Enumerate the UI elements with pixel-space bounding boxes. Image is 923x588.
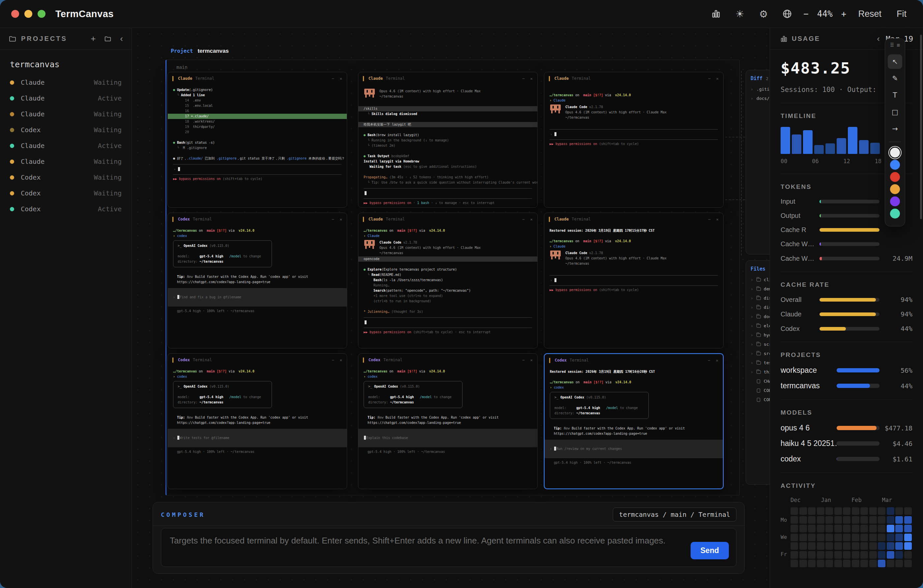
maximize-window-button[interactable] xyxy=(38,10,46,18)
add-project-button[interactable]: + xyxy=(90,34,95,44)
file-tree-file[interactable]: CONTRI xyxy=(751,397,770,402)
terminal-body[interactable]: …/termcanvas on main [$!?] via v24.14.0›… xyxy=(358,225,537,348)
close-window-button[interactable] xyxy=(11,10,19,18)
close-terminal-button[interactable]: × xyxy=(340,217,342,222)
close-terminal-button[interactable]: × xyxy=(530,217,533,222)
sidebar-terminal-item[interactable]: ClaudeActive xyxy=(0,138,131,154)
file-tree-folder[interactable]: ›docs xyxy=(751,314,770,319)
file-tree-file[interactable]: CHANGE xyxy=(751,379,770,384)
files-panel[interactable]: Files ›cli›demo›dist-c›dist-e›docs›elect… xyxy=(746,260,770,485)
codex-input-box[interactable]: Explain this codebase xyxy=(358,429,537,447)
arrow-tool[interactable]: → xyxy=(888,122,902,136)
terminal-window-codex-1[interactable]: ▍CodexTerminal−×…/termcanvas on main [$!… xyxy=(168,213,347,348)
minimize-terminal-button[interactable]: − xyxy=(522,76,525,81)
settings-icon[interactable]: ⚙ xyxy=(754,5,773,22)
minimize-terminal-button[interactable]: − xyxy=(708,217,711,222)
color-swatch-orange[interactable] xyxy=(890,184,900,194)
color-swatch-red[interactable] xyxy=(890,172,900,182)
select-tool[interactable]: ↖ xyxy=(888,54,902,69)
terminal-input-line[interactable]: › xyxy=(550,275,718,286)
terminal-body[interactable]: ● Update(.gitignore) └ Added 1 line 14 .… xyxy=(168,85,347,207)
color-swatch-blue[interactable] xyxy=(890,160,900,170)
sidebar-terminal-item[interactable]: ClaudeWaiting xyxy=(0,154,131,169)
scrollbar[interactable] xyxy=(920,34,922,219)
terminal-body[interactable]: …/termcanvas on main [$!?] via v24.14.0›… xyxy=(544,85,723,207)
globe-icon[interactable] xyxy=(778,5,797,22)
minimize-terminal-button[interactable]: − xyxy=(332,358,334,363)
text-tool[interactable]: T xyxy=(888,88,902,102)
diff-file-row[interactable]: ›docs/img xyxy=(751,96,770,101)
canvas[interactable]: Projecttermcanvas main ▍ClaudeTerminal−×… xyxy=(132,28,770,588)
color-swatch-white[interactable] xyxy=(890,148,900,158)
codex-input-box[interactable]: › Write tests for @filename xyxy=(168,429,347,447)
open-folder-button[interactable] xyxy=(104,35,112,43)
terminal-body[interactable]: …/termcanvas on main [$!?] via v24.14.0›… xyxy=(358,366,537,489)
terminal-window-codex-3[interactable]: ▍CodexTerminal−×…/termcanvas on main [$!… xyxy=(358,353,538,489)
terminal-window-claude-1[interactable]: ▍ClaudeTerminal−×● Update(.gitignore) └ … xyxy=(168,72,347,208)
sidebar-terminal-item[interactable]: ClaudeActive xyxy=(0,90,131,106)
close-terminal-button[interactable]: × xyxy=(716,358,718,363)
minimize-terminal-button[interactable]: − xyxy=(708,76,711,81)
canvas-toolbar[interactable]: ⠿ ≡ ↖✎T□→ xyxy=(885,38,905,227)
diff-file-row[interactable]: ›.gitignore xyxy=(751,87,770,92)
minimize-terminal-button[interactable]: − xyxy=(522,217,525,222)
drag-handle-icon[interactable]: ⠿ xyxy=(890,42,894,49)
menu-icon[interactable]: ≡ xyxy=(897,42,900,49)
close-terminal-button[interactable]: × xyxy=(530,358,533,363)
diff-panel[interactable]: Diff2 files ›.gitignore›docs/img xyxy=(746,70,770,255)
terminal-body[interactable]: …/termcanvas on main [$!?] via v24.14.0›… xyxy=(168,366,347,489)
sidebar-project-name[interactable]: termcanvas xyxy=(0,50,131,74)
sidebar-terminal-item[interactable]: ClaudeWaiting xyxy=(0,106,131,122)
close-terminal-button[interactable]: × xyxy=(340,76,342,81)
close-terminal-button[interactable]: × xyxy=(716,217,719,222)
terminal-body[interactable]: Opus 4.6 (1M context) with high effort ·… xyxy=(358,85,537,207)
codex-input-box[interactable]: › Run /review on my current changes xyxy=(545,440,723,458)
file-tree-file[interactable]: CODE_C xyxy=(751,388,770,393)
file-tree-folder[interactable]: ›thirdp xyxy=(751,370,770,374)
sidebar-terminal-item[interactable]: ClaudeWaiting xyxy=(0,74,131,90)
terminal-body[interactable]: …/termcanvas on main [$!?] via v24.14.0›… xyxy=(168,225,347,348)
send-button[interactable]: Send xyxy=(691,542,729,559)
file-tree-folder[interactable]: ›electr xyxy=(751,324,770,328)
terminal-window-claude-3[interactable]: ▍ClaudeTerminal−× …/termcanvas on main [… xyxy=(544,72,724,208)
sidebar-terminal-item[interactable]: CodexWaiting xyxy=(0,122,131,138)
minimize-terminal-button[interactable]: − xyxy=(522,358,525,363)
file-tree-folder[interactable]: ›cli xyxy=(751,277,770,282)
file-tree-folder[interactable]: ›dist-e xyxy=(751,305,770,310)
color-swatch-teal[interactable] xyxy=(890,209,900,218)
terminal-body[interactable]: Restored session: 2026年 3月19日 星期四 17时15分… xyxy=(544,225,723,348)
minimize-terminal-button[interactable]: − xyxy=(332,76,334,81)
prev-day-button[interactable]: ‹ xyxy=(877,34,880,44)
zoom-level[interactable]: 44% xyxy=(815,7,835,21)
file-tree-folder[interactable]: ›dist-c xyxy=(751,296,770,301)
minimize-window-button[interactable] xyxy=(25,10,32,18)
codex-input-box[interactable]: › Find and fix a bug in @filename xyxy=(168,288,347,307)
terminal-window-claude-4[interactable]: ▍ClaudeTerminal−×…/termcanvas on main [$… xyxy=(358,213,538,348)
color-swatch-purple[interactable] xyxy=(890,196,900,206)
composer-input[interactable]: Targets the focused terminal by default.… xyxy=(161,528,736,567)
sidebar-terminal-item[interactable]: CodexActive xyxy=(0,201,131,217)
composer-target-chip[interactable]: termcanvas / main / Terminal xyxy=(613,508,736,521)
terminal-window-codex-4[interactable]: ▍CodexTerminal−×Restored session: 2026年 … xyxy=(544,353,724,489)
terminal-input-line[interactable] xyxy=(364,317,532,328)
close-terminal-button[interactable]: × xyxy=(716,76,719,81)
theme-icon[interactable]: ☀ xyxy=(730,5,749,22)
close-terminal-button[interactable]: × xyxy=(340,358,342,363)
chart-icon[interactable] xyxy=(706,5,726,22)
zoom-out-button[interactable]: − xyxy=(801,7,811,21)
rect-tool[interactable]: □ xyxy=(888,105,902,119)
terminal-input-line[interactable]: › xyxy=(550,129,718,140)
terminal-window-codex-2[interactable]: ▍CodexTerminal−×…/termcanvas on main [$!… xyxy=(168,353,347,489)
file-tree-folder[interactable]: ›hydra xyxy=(751,333,770,338)
terminal-body[interactable]: Restored session: 2026年 3月19日 星期四 17时16分… xyxy=(545,366,723,488)
reset-button[interactable]: Reset xyxy=(853,7,887,21)
pencil-tool[interactable]: ✎ xyxy=(888,71,902,86)
minimize-terminal-button[interactable]: − xyxy=(332,217,334,222)
sidebar-terminal-item[interactable]: CodexWaiting xyxy=(0,185,131,201)
file-tree-folder[interactable]: ›script xyxy=(751,342,770,347)
zoom-in-button[interactable]: + xyxy=(839,7,849,21)
terminal-window-claude-5[interactable]: ▍ClaudeTerminal−×Restored session: 2026年… xyxy=(544,213,724,348)
terminal-window-claude-2[interactable]: ▍ClaudeTerminal−×Opus 4.6 (1M context) w… xyxy=(358,72,538,208)
terminal-input-line[interactable]: › xyxy=(173,164,342,175)
sidebar-terminal-item[interactable]: CodexWaiting xyxy=(0,169,131,185)
